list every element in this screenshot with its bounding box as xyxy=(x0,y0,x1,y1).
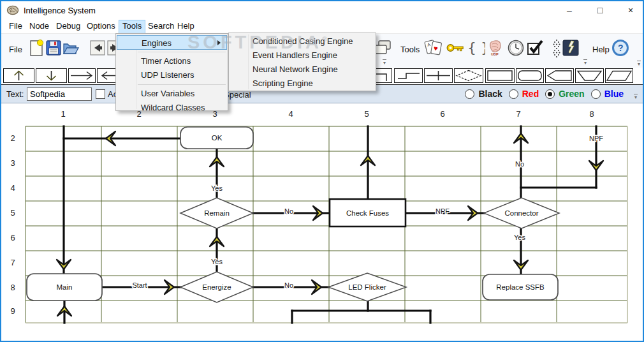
edge-label: Yes xyxy=(211,184,223,192)
shape-pentagon-left-button[interactable] xyxy=(545,68,574,83)
col-label: 7 xyxy=(516,109,520,119)
radio-green-label: Green xyxy=(559,89,584,99)
titlebar: Intelligence System – □ × xyxy=(1,1,643,19)
cards-icon[interactable]: A♦ ♥ xyxy=(424,38,443,57)
window-title: Intelligence System xyxy=(24,6,96,15)
radio-blue-label: Blue xyxy=(604,89,624,99)
menu-tools[interactable]: Tools xyxy=(119,20,145,34)
radio-red-label: Red xyxy=(522,89,539,99)
braces-icon[interactable]: { } xyxy=(466,38,485,57)
nav-back-icon[interactable] xyxy=(88,38,107,57)
text-label: Text: xyxy=(6,89,24,99)
menu-debug[interactable]: Debug xyxy=(52,20,84,33)
menu-item-timer-actions[interactable]: Timer Actions xyxy=(116,54,228,68)
app-brain-icon xyxy=(6,4,19,16)
tools-group-caret-icon[interactable]: ▾ xyxy=(582,59,589,66)
shape-up-arrow-button[interactable] xyxy=(3,68,34,83)
node-label: LED Flicker xyxy=(348,283,386,291)
menu-separator xyxy=(138,52,226,52)
edge-label: Yes xyxy=(514,234,525,241)
shape-trapezoid-down-button[interactable] xyxy=(575,68,604,83)
col-label: 8 xyxy=(589,109,594,119)
menu-item-engines[interactable]: Engines xyxy=(117,35,227,50)
radio-red-circle[interactable] xyxy=(509,89,518,99)
timer-clock-icon[interactable] xyxy=(506,38,525,57)
maximize-button[interactable]: □ xyxy=(593,5,607,15)
key-icon[interactable] xyxy=(446,38,465,57)
menu-item-user-variables[interactable]: User Variables xyxy=(116,87,228,101)
help-question-icon[interactable]: ? xyxy=(611,38,630,57)
toolbar-file-label: File xyxy=(9,45,22,54)
radio-blue-circle[interactable] xyxy=(591,89,601,99)
help-group-caret-icon[interactable]: ▾ xyxy=(636,61,642,67)
shape-diamond-button[interactable] xyxy=(454,68,483,83)
radio-green-circle[interactable] xyxy=(545,89,555,99)
menu-separator xyxy=(138,84,226,85)
engines-submenu: Conditioned Casing Engine Event Handlers… xyxy=(228,33,376,91)
radio-red[interactable]: Red xyxy=(509,89,539,99)
udp-engine-icon[interactable]: UDP xyxy=(486,38,505,57)
toolbar-tools-label: Tools xyxy=(400,45,420,54)
node-label: Replace SSFB xyxy=(496,283,545,291)
tools-dropdown-menu: Engines Timer Actions UDP Listeners User… xyxy=(115,33,228,111)
node-label: Check Fuses xyxy=(346,209,389,217)
wildcard-lightning-icon[interactable] xyxy=(561,38,580,57)
shape-parallelogram-button[interactable] xyxy=(605,68,633,83)
shape-rounded-rectangle-button[interactable] xyxy=(516,68,544,83)
shape-down-arrow-button[interactable] xyxy=(36,68,67,83)
text-input[interactable] xyxy=(27,87,92,101)
radio-black[interactable]: Black xyxy=(465,89,502,99)
menu-item-udp-listeners[interactable]: UDP Listeners xyxy=(116,68,228,82)
col-label: 4 xyxy=(288,109,293,119)
overflow-caret-icon[interactable]: ▾ xyxy=(633,94,639,100)
svg-text:?: ? xyxy=(618,43,624,53)
activated-checkbox[interactable] xyxy=(96,89,105,99)
edge-label: NPF xyxy=(589,135,603,142)
node-label: Main xyxy=(57,283,73,291)
submenu-arrow-icon xyxy=(217,40,221,45)
radio-black-label: Black xyxy=(478,89,502,99)
node-label: Connector xyxy=(504,209,538,217)
edge-label: No xyxy=(515,160,524,168)
flowchart-canvas[interactable]: 1234567823456789OKRemainCheck FusesConne… xyxy=(1,104,643,339)
new-file-icon[interactable] xyxy=(27,38,46,57)
file-group-caret-icon[interactable]: ▾ xyxy=(381,59,388,66)
row-label: 5 xyxy=(10,208,15,218)
row-label: 2 xyxy=(10,133,15,143)
radio-green[interactable]: Green xyxy=(545,89,584,99)
shape-right-arrow-button[interactable] xyxy=(68,68,96,83)
menu-file[interactable]: File xyxy=(5,20,26,33)
submenu-item-event-handlers-engine[interactable]: Event Handlers Engine xyxy=(229,48,376,63)
radio-black-circle[interactable] xyxy=(465,89,474,99)
toolbar-help-label: Help xyxy=(592,45,610,54)
shape-rectangle-button[interactable] xyxy=(485,68,515,83)
menu-options[interactable]: Options xyxy=(83,20,119,33)
row-label: 7 xyxy=(10,258,15,267)
submenu-item-scripting-engine[interactable]: Scripting Engine xyxy=(229,77,376,91)
menu-item-wildcard-classes[interactable]: Wildcard Classes xyxy=(116,101,228,115)
minimize-button[interactable]: – xyxy=(562,5,576,15)
row-label: 4 xyxy=(10,183,15,193)
shape-cross-connector-button[interactable] xyxy=(424,68,453,83)
node-label: OK xyxy=(212,134,223,142)
save-icon[interactable] xyxy=(44,38,63,57)
col-label: 5 xyxy=(364,109,369,119)
submenu-item-conditioned-casing-engine[interactable]: Conditioned Casing Engine xyxy=(229,34,376,48)
row-label: 3 xyxy=(10,158,15,168)
shape-step-connector-button[interactable] xyxy=(394,68,423,83)
col-label: 6 xyxy=(440,109,444,119)
open-folder-icon[interactable] xyxy=(61,38,80,57)
col-label: 1 xyxy=(61,109,65,119)
row-label: 6 xyxy=(10,233,15,242)
radio-blue[interactable]: Blue xyxy=(591,89,624,99)
close-button[interactable]: × xyxy=(624,5,638,15)
submenu-item-neural-network-engine[interactable]: Neural Network Engine xyxy=(229,63,376,77)
color-radio-group: Black Red Green Blue xyxy=(465,89,624,99)
menu-node[interactable]: Node xyxy=(26,20,53,33)
flowchart-svg: 1234567823456789OKRemainCheck FusesConne… xyxy=(1,104,643,339)
edge-label: No xyxy=(284,207,293,215)
menu-help[interactable]: Help xyxy=(173,20,198,33)
edge-label: No xyxy=(284,281,293,289)
edge-label: Yes xyxy=(211,258,223,265)
checkbox-icon[interactable] xyxy=(525,38,545,57)
